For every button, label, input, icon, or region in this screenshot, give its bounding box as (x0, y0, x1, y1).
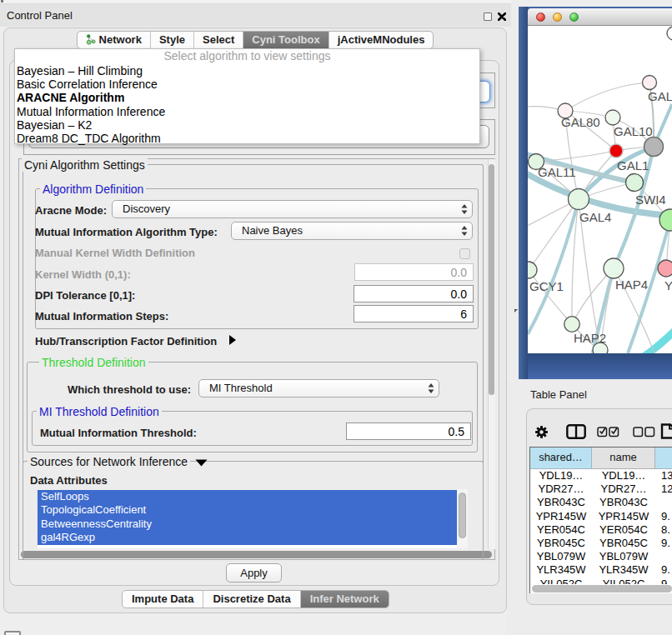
svg-text:HAP2: HAP2 (574, 331, 606, 345)
svg-text:GAL1: GAL1 (617, 158, 649, 172)
svg-text:GAL7: GAL7 (648, 89, 672, 103)
svg-text:YEL0: YEL0 (664, 278, 672, 292)
svg-text:HAP4: HAP4 (615, 278, 648, 292)
svg-text:GAL4: GAL4 (579, 210, 611, 224)
svg-text:GAL10: GAL10 (614, 124, 653, 138)
svg-text:GAL11: GAL11 (538, 165, 576, 179)
svg-text:SWI4: SWI4 (635, 192, 666, 207)
svg-text:GCY1: GCY1 (529, 279, 564, 293)
svg-text:GAL80: GAL80 (561, 115, 600, 129)
